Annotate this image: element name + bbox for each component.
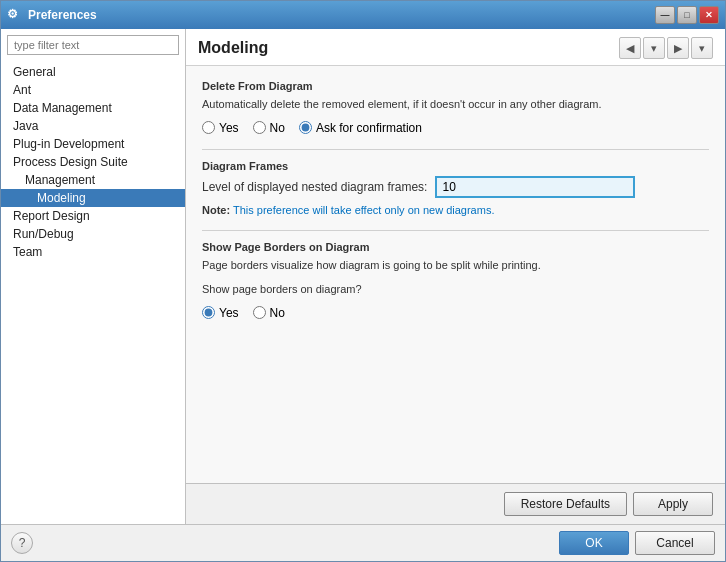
footer-buttons: OK Cancel [559, 531, 715, 555]
content-area: General Ant Data Management Java Plug-in… [1, 29, 725, 524]
window-title: Preferences [28, 8, 655, 22]
delete-section-desc: Automatically delete the removed element… [202, 96, 709, 113]
page-borders-desc1: Page borders visualize how diagram is go… [202, 257, 709, 274]
page-borders-no-text: No [270, 306, 285, 320]
sidebar-item-modeling[interactable]: Modeling [1, 189, 185, 207]
main-panel: Modeling ◀ ▾ ▶ ▾ Delete From Diagram Aut… [186, 29, 725, 524]
delete-ask-text: Ask for confirmation [316, 121, 422, 135]
note-text: Note: This preference will take effect o… [202, 204, 709, 216]
maximize-button[interactable]: □ [677, 6, 697, 24]
page-borders-yes-radio[interactable] [202, 306, 215, 319]
sidebar-item-process-design-suite[interactable]: Process Design Suite [1, 153, 185, 171]
apply-button[interactable]: Apply [633, 492, 713, 516]
delete-ask-radio[interactable] [299, 121, 312, 134]
close-button[interactable]: ✕ [699, 6, 719, 24]
sidebar-item-data-management[interactable]: Data Management [1, 99, 185, 117]
nav-arrows: ◀ ▾ ▶ ▾ [619, 37, 713, 59]
separator-2 [202, 230, 709, 231]
page-borders-title: Show Page Borders on Diagram [202, 241, 709, 253]
delete-no-radio[interactable] [253, 121, 266, 134]
title-bar: ⚙ Preferences — □ ✕ [1, 1, 725, 29]
show-page-borders-section: Show Page Borders on Diagram Page border… [202, 241, 709, 320]
page-borders-yes-label[interactable]: Yes [202, 306, 239, 320]
delete-radio-group: Yes No Ask for confirmation [202, 121, 709, 135]
sidebar-item-ant[interactable]: Ant [1, 81, 185, 99]
main-body: Delete From Diagram Automatically delete… [186, 66, 725, 483]
nested-frames-row: Level of displayed nested diagram frames… [202, 176, 709, 198]
delete-yes-label[interactable]: Yes [202, 121, 239, 135]
delete-section-title: Delete From Diagram [202, 80, 709, 92]
sidebar-item-plugin-development[interactable]: Plug-in Development [1, 135, 185, 153]
delete-yes-radio[interactable] [202, 121, 215, 134]
delete-yes-text: Yes [219, 121, 239, 135]
diagram-frames-title: Diagram Frames [202, 160, 709, 172]
page-borders-desc2: Show page borders on diagram? [202, 281, 709, 298]
minimize-button[interactable]: — [655, 6, 675, 24]
sidebar-item-general[interactable]: General [1, 63, 185, 81]
delete-no-label[interactable]: No [253, 121, 285, 135]
dialog-footer: ? OK Cancel [1, 524, 725, 561]
sidebar-item-java[interactable]: Java [1, 117, 185, 135]
nested-frames-input[interactable] [435, 176, 635, 198]
ok-button[interactable]: OK [559, 531, 629, 555]
delete-no-text: No [270, 121, 285, 135]
page-borders-yes-text: Yes [219, 306, 239, 320]
page-borders-no-label[interactable]: No [253, 306, 285, 320]
page-borders-no-radio[interactable] [253, 306, 266, 319]
sidebar: General Ant Data Management Java Plug-in… [1, 29, 186, 524]
nav-tree: General Ant Data Management Java Plug-in… [1, 61, 185, 524]
filter-input[interactable] [7, 35, 179, 55]
page-title: Modeling [198, 39, 268, 57]
help-button[interactable]: ? [11, 532, 33, 554]
window-controls: — □ ✕ [655, 6, 719, 24]
cancel-button[interactable]: Cancel [635, 531, 715, 555]
sidebar-item-management[interactable]: Management [1, 171, 185, 189]
window-icon: ⚙ [7, 7, 23, 23]
page-borders-radio-group: Yes No [202, 306, 709, 320]
back-dropdown-button[interactable]: ▾ [643, 37, 665, 59]
diagram-frames-section: Diagram Frames Level of displayed nested… [202, 160, 709, 216]
delete-from-diagram-section: Delete From Diagram Automatically delete… [202, 80, 709, 135]
delete-ask-label[interactable]: Ask for confirmation [299, 121, 422, 135]
back-button[interactable]: ◀ [619, 37, 641, 59]
main-header: Modeling ◀ ▾ ▶ ▾ [186, 29, 725, 66]
restore-defaults-button[interactable]: Restore Defaults [504, 492, 627, 516]
sidebar-item-report-design[interactable]: Report Design [1, 207, 185, 225]
forward-button[interactable]: ▶ [667, 37, 689, 59]
note-content: This preference will take effect only on… [233, 204, 494, 216]
forward-dropdown-button[interactable]: ▾ [691, 37, 713, 59]
preferences-window: ⚙ Preferences — □ ✕ General Ant Data Man… [0, 0, 726, 562]
separator-1 [202, 149, 709, 150]
sidebar-item-team[interactable]: Team [1, 243, 185, 261]
bottom-buttons: Restore Defaults Apply [186, 483, 725, 524]
sidebar-item-run-debug[interactable]: Run/Debug [1, 225, 185, 243]
nested-frames-label: Level of displayed nested diagram frames… [202, 180, 427, 194]
